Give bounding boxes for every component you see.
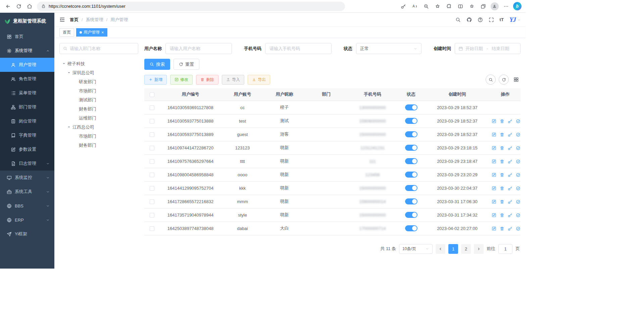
sidebar-item-log-management[interactable]: 日志管理 xyxy=(0,156,54,171)
read-aloud-icon[interactable]: A xyxy=(410,1,419,11)
sidebar-item-home[interactable]: 首页 xyxy=(0,30,54,44)
dept-search-input[interactable] xyxy=(70,46,135,51)
assign-role-icon[interactable] xyxy=(516,146,521,150)
toggle-search-button[interactable] xyxy=(486,75,496,85)
zoom-out-icon[interactable] xyxy=(421,1,431,11)
close-icon[interactable]: × xyxy=(101,30,104,35)
sidebar-item-bbs[interactable]: BBS xyxy=(0,199,54,213)
refresh-table-button[interactable] xyxy=(499,75,509,85)
phone-input[interactable] xyxy=(265,43,332,54)
assign-role-icon[interactable] xyxy=(516,186,521,191)
delete-icon[interactable] xyxy=(500,213,504,218)
prev-page-button[interactable] xyxy=(436,244,445,254)
add-button[interactable]: 新增 xyxy=(144,75,167,85)
delete-icon[interactable] xyxy=(500,146,504,150)
sidebar-item-system-monitor[interactable]: 系统监控 xyxy=(0,171,54,185)
font-size-icon[interactable]: tT xyxy=(500,17,504,22)
row-checkbox[interactable] xyxy=(150,146,154,150)
date-range-picker[interactable]: 开始日期 - 结束日期 xyxy=(455,43,521,54)
app-logo[interactable]: 意框架管理系统 xyxy=(0,13,54,30)
edit-icon[interactable] xyxy=(492,213,496,218)
status-toggle[interactable] xyxy=(405,172,417,178)
key-icon[interactable] xyxy=(398,1,408,11)
more-icon[interactable] xyxy=(501,1,511,11)
status-toggle[interactable] xyxy=(405,104,417,110)
address-bar[interactable]: https://ccnetcore.com:1101/system/user xyxy=(37,2,345,11)
row-checkbox[interactable] xyxy=(150,159,154,164)
reset-password-icon[interactable] xyxy=(508,132,512,137)
row-checkbox[interactable] xyxy=(150,213,154,218)
reset-password-icon[interactable] xyxy=(508,146,512,150)
status-toggle[interactable] xyxy=(405,131,417,137)
status-select[interactable]: 正常 xyxy=(356,43,422,54)
edit-icon[interactable] xyxy=(492,132,496,137)
row-checkbox[interactable] xyxy=(150,186,154,191)
sidebar-item-post-management[interactable]: 岗位管理 xyxy=(0,114,54,128)
sidebar-item-dept-management[interactable]: 部门管理 xyxy=(0,100,54,114)
assign-role-icon[interactable] xyxy=(516,226,521,231)
favorite-add-icon[interactable] xyxy=(433,1,442,11)
collections-icon[interactable] xyxy=(478,1,488,11)
collapse-sidebar-icon[interactable] xyxy=(59,17,65,22)
delete-icon[interactable] xyxy=(500,119,504,124)
tree-node[interactable]: 研发部门 xyxy=(59,77,138,86)
tree-node[interactable]: 运维部门 xyxy=(59,113,138,123)
sidebar-item-param-settings[interactable]: 参数设置 xyxy=(0,142,54,156)
tree-node[interactable]: 测试部门 xyxy=(59,95,138,104)
refresh-icon[interactable] xyxy=(13,1,24,11)
row-checkbox[interactable] xyxy=(150,105,154,110)
reset-password-icon[interactable] xyxy=(508,173,512,177)
sidebar-item-yi-framework[interactable]: Yi框架 xyxy=(0,227,54,241)
sidebar-item-system-tools[interactable]: 系统工具 xyxy=(0,185,54,199)
delete-icon[interactable] xyxy=(500,199,504,204)
reset-password-icon[interactable] xyxy=(508,186,512,191)
copilot-icon[interactable]: b xyxy=(512,1,522,11)
row-checkbox[interactable] xyxy=(150,119,154,124)
sidebar-item-dict-management[interactable]: 字典管理 xyxy=(0,128,54,142)
status-toggle[interactable] xyxy=(405,118,417,124)
sidebar-item-role-management[interactable]: 角色管理 xyxy=(0,72,54,86)
extensions-icon[interactable] xyxy=(444,1,454,11)
assign-role-icon[interactable] xyxy=(516,199,521,204)
reset-password-icon[interactable] xyxy=(508,199,512,204)
github-icon[interactable] xyxy=(466,17,472,22)
tab-home[interactable]: 首页 xyxy=(59,28,74,37)
import-button[interactable]: 导入 xyxy=(222,75,244,85)
edit-icon[interactable] xyxy=(492,226,496,231)
edit-icon[interactable] xyxy=(492,186,496,191)
row-checkbox[interactable] xyxy=(150,173,154,177)
tree-node[interactable]: 市场部门 xyxy=(59,86,138,95)
edit-icon[interactable] xyxy=(492,146,496,150)
back-icon[interactable] xyxy=(3,1,13,11)
favorites-bar-icon[interactable] xyxy=(467,1,477,11)
caret-down-icon[interactable] xyxy=(67,71,71,75)
caret-down-icon[interactable] xyxy=(62,62,66,65)
status-toggle[interactable] xyxy=(405,185,417,191)
search-button[interactable]: 搜索 xyxy=(144,59,170,70)
assign-role-icon[interactable] xyxy=(516,132,521,137)
delete-icon[interactable] xyxy=(500,173,504,177)
row-checkbox[interactable] xyxy=(150,199,154,204)
sidebar-item-erp[interactable]: ERP xyxy=(0,213,54,227)
tree-node[interactable]: 深圳总公司 xyxy=(59,68,138,77)
reset-password-icon[interactable] xyxy=(508,213,512,218)
status-toggle[interactable] xyxy=(405,212,417,218)
assign-role-icon[interactable] xyxy=(516,213,521,218)
goto-page-input[interactable] xyxy=(498,244,512,254)
assign-role-icon[interactable] xyxy=(516,119,521,124)
next-page-button[interactable] xyxy=(474,244,484,254)
delete-icon[interactable] xyxy=(500,159,504,164)
tree-node[interactable]: 江西总公司 xyxy=(59,123,138,132)
split-screen-icon[interactable] xyxy=(455,1,465,11)
sidebar-item-system-management[interactable]: 系统管理 xyxy=(0,44,54,58)
export-button[interactable]: 导出 xyxy=(248,75,270,85)
question-icon[interactable] xyxy=(478,17,483,22)
status-toggle[interactable] xyxy=(405,198,417,204)
delete-icon[interactable] xyxy=(500,226,504,231)
delete-icon[interactable] xyxy=(500,186,504,191)
reset-password-icon[interactable] xyxy=(508,119,512,124)
status-toggle[interactable] xyxy=(405,225,417,231)
assign-role-icon[interactable] xyxy=(516,173,521,177)
page-button[interactable]: 1 xyxy=(448,244,458,254)
fullscreen-icon[interactable] xyxy=(489,17,494,22)
